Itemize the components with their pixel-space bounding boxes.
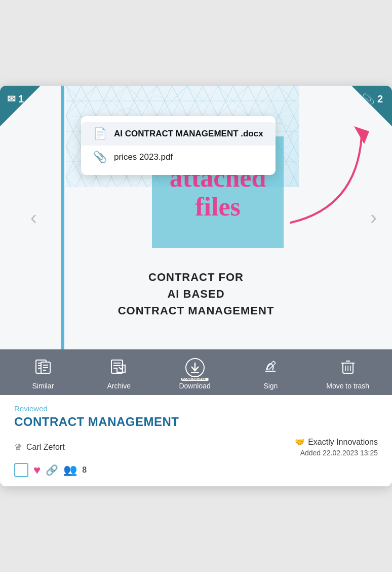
main-card: ✉ 1 📎 2 📄 AI CONTRACT MANAGEMENT .docx 📎… <box>0 86 392 486</box>
info-section: Reviewed CONTRACT MANAGEMENT ♛ Carl Zefo… <box>0 395 392 486</box>
similar-button[interactable]: Similar <box>23 357 63 390</box>
link-icon[interactable]: 🔗 <box>46 464 58 476</box>
archive-icon <box>110 357 128 379</box>
reviewed-label: Reviewed <box>14 404 378 413</box>
attachment-dropdown: 📄 AI CONTRACT MANAGEMENT .docx 📎 prices … <box>81 116 276 175</box>
attachment-item-pdf[interactable]: 📎 prices 2023.pdf <box>81 146 276 169</box>
company-name: 🤝 Exactly Innovations <box>295 437 378 447</box>
meta-right: 🤝 Exactly Innovations Added 22.02.2023 1… <box>295 437 378 457</box>
added-date: Added 22.02.2023 13:25 <box>295 449 378 457</box>
checkbox[interactable] <box>14 463 28 477</box>
contract-text-block: CONTRACT FOR AI BASED CONTRACT MANAGEMEN… <box>0 269 392 319</box>
favorite-icon[interactable]: ♥ <box>33 463 41 477</box>
pdf-icon: 📎 <box>93 151 107 164</box>
group-icon: 👥 <box>63 463 77 477</box>
action-toolbar: Similar Archive <box>0 349 392 395</box>
group-count: 8 <box>82 466 87 475</box>
sign-icon <box>261 357 280 379</box>
docx-filename: AI CONTRACT MANAGEMENT .docx <box>114 129 263 139</box>
similar-icon <box>34 357 52 379</box>
trash-label: Move to trash <box>326 382 369 390</box>
download-label: Download <box>179 382 210 390</box>
handshake-icon: 🤝 <box>295 437 305 447</box>
contract-name: CONTRACT MANAGEMENT <box>14 415 378 429</box>
prev-arrow[interactable]: ‹ <box>30 207 37 229</box>
contract-title-line3: CONTRACT MANAGEMENT <box>0 302 392 319</box>
download-button[interactable]: CONFIDENTIAL Download <box>175 356 215 390</box>
pdf-filename: prices 2023.pdf <box>114 152 173 162</box>
similar-label: Similar <box>32 382 54 390</box>
crown-icon: ♛ <box>14 442 22 453</box>
trash-button[interactable]: Move to trash <box>326 357 369 390</box>
email-icon: ✉ <box>7 93 16 105</box>
sign-button[interactable]: Sign <box>250 357 291 390</box>
person-name-text: Carl Zefort <box>26 443 65 452</box>
confidential-label: CONFIDENTIAL <box>181 378 209 381</box>
archive-label: Archive <box>107 382 131 390</box>
meta-left: ♛ Carl Zefort <box>14 442 65 453</box>
next-arrow[interactable]: › <box>370 207 377 229</box>
email-badge: ✉ 1 <box>7 93 24 105</box>
company-name-text: Exactly Innovations <box>308 438 378 447</box>
attachment-count: 2 <box>377 93 383 105</box>
download-icon-wrap: CONFIDENTIAL <box>184 356 206 379</box>
trash-icon <box>339 357 357 379</box>
attachment-item-docx[interactable]: 📄 AI CONTRACT MANAGEMENT .docx <box>81 122 276 146</box>
meta-row: ♛ Carl Zefort 🤝 Exactly Innovations Adde… <box>14 437 378 457</box>
attached-line2: files <box>195 192 241 221</box>
attachment-badge[interactable]: 📎 2 <box>362 93 383 105</box>
archive-button[interactable]: Archive <box>99 357 139 390</box>
action-icons-row: ♥ 🔗 👥 8 <box>14 463 378 477</box>
contract-title-line1: CONTRACT FOR <box>0 269 392 285</box>
paperclip-icon: 📎 <box>362 93 375 105</box>
email-count: 1 <box>18 93 24 105</box>
person-name: ♛ Carl Zefort <box>14 442 65 453</box>
docx-icon: 📄 <box>93 127 107 140</box>
sign-label: Sign <box>263 382 278 390</box>
contract-title-line2: AI BASED <box>0 285 392 302</box>
